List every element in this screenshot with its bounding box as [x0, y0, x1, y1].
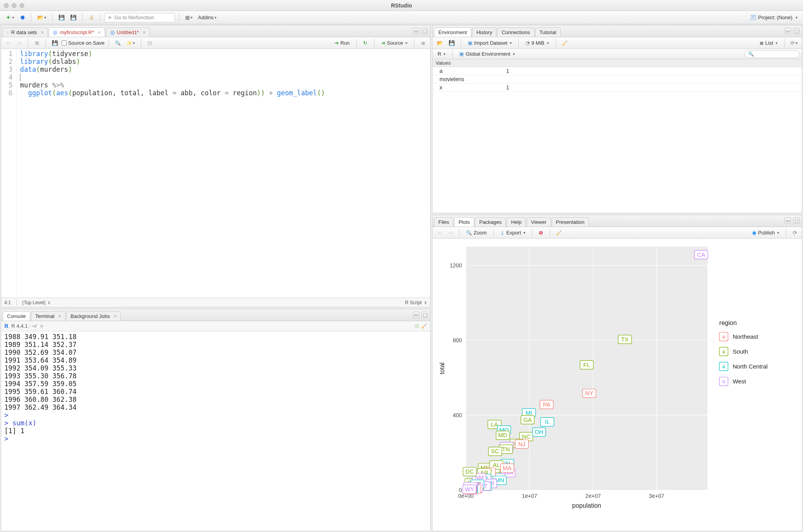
scope-picker[interactable]: (Top Level) ⇕: [22, 300, 51, 305]
prev-plot-button[interactable]: ⇦: [435, 228, 444, 238]
env-tab[interactable]: Environment: [434, 27, 471, 37]
remove-plot-button[interactable]: ⊘: [536, 228, 546, 238]
env-tab[interactable]: History: [472, 27, 496, 37]
svg-text:MD: MD: [498, 432, 508, 438]
source-tab[interactable]: ◎ Untitled1*×: [106, 27, 150, 37]
new-project-button[interactable]: ⬣: [18, 13, 27, 22]
maximize-env-icon[interactable]: ▢: [793, 28, 799, 34]
show-in-new-window-button[interactable]: ⧉: [32, 38, 42, 48]
save-source-button[interactable]: 💾: [50, 38, 60, 48]
env-scope-picker[interactable]: Global Environment▾: [456, 50, 517, 58]
console-tab[interactable]: Console: [3, 311, 30, 321]
find-button[interactable]: [113, 38, 123, 48]
svg-text:West: West: [733, 378, 747, 385]
save-button[interactable]: 💾: [56, 13, 67, 22]
project-picker[interactable]: 🅁 Project: (None) ▾: [748, 14, 800, 21]
source-editor[interactable]: 123456 library(tidyverse)library(dslabs)…: [1, 49, 430, 298]
console-tab[interactable]: Terminal×: [31, 311, 65, 321]
svg-text:region: region: [719, 319, 737, 326]
minimize-plots-icon[interactable]: ▭: [785, 218, 791, 224]
svg-text:total: total: [438, 363, 445, 374]
memory-usage[interactable]: 9 MiB▾: [523, 39, 551, 47]
env-row[interactable]: movielens: [432, 75, 802, 84]
close-tab-icon[interactable]: ×: [114, 314, 116, 319]
close-tab-icon[interactable]: ×: [41, 30, 44, 35]
minimize-console-icon[interactable]: ▭: [413, 312, 419, 318]
console-path-arrow-icon[interactable]: ➤: [40, 323, 44, 329]
maximize-plots-icon[interactable]: ▢: [793, 218, 799, 224]
console-output[interactable]: 1988 349.91 351.181989 351.14 352.371990…: [1, 331, 430, 531]
svg-text:MA: MA: [503, 465, 512, 471]
goto-file-input[interactable]: ➤ Go to file/function: [104, 13, 175, 22]
plot-canvas: 0e+001e+072e+073e+0704008001200populatio…: [432, 239, 802, 531]
save-all-button[interactable]: 💾: [68, 13, 78, 22]
svg-text:800: 800: [453, 337, 462, 343]
source-tabs: ▫ R data sets×◎ myfirstscript.R*×◎ Untit…: [1, 25, 430, 37]
plots-tab[interactable]: Plots: [454, 217, 474, 227]
svg-text:1e+07: 1e+07: [522, 493, 538, 499]
save-workspace-button[interactable]: 💾: [447, 38, 457, 48]
zoom-plot-button[interactable]: Zoom: [463, 229, 489, 237]
env-search-input[interactable]: [745, 50, 799, 58]
svg-text:NC: NC: [522, 433, 530, 440]
svg-text:GA: GA: [523, 416, 532, 423]
refresh-env-button[interactable]: ▾: [788, 38, 799, 48]
maximize-pane-icon[interactable]: ▢: [421, 28, 428, 34]
cursor-position: 4:1: [4, 300, 11, 305]
outline-button[interactable]: ≣: [418, 38, 428, 48]
source-on-save-checkbox[interactable]: Source on Save: [62, 40, 105, 46]
file-type-picker[interactable]: R Script ⇕: [405, 300, 427, 305]
plots-tab[interactable]: Viewer: [527, 217, 551, 227]
maximize-console-icon[interactable]: ▢: [421, 312, 428, 318]
compile-report-button[interactable]: ▤: [145, 38, 154, 48]
env-tab[interactable]: Connections: [497, 27, 534, 37]
clear-plots-button[interactable]: [554, 228, 564, 238]
console-clear-icon[interactable]: [421, 323, 427, 329]
env-toolbar: 📂 💾 Import Dataset▾ 9 MiB▾ ≣ List▾ ▾: [432, 37, 802, 49]
view-mode-button[interactable]: ≣ List▾: [757, 39, 780, 47]
new-file-button[interactable]: ＋▾: [3, 13, 16, 22]
import-dataset-button[interactable]: Import Dataset▾: [465, 39, 514, 47]
load-workspace-button[interactable]: 📂: [435, 38, 445, 48]
rerun-button[interactable]: ↻: [361, 38, 370, 48]
panes-button[interactable]: ▾: [183, 13, 194, 22]
publish-plot-button[interactable]: Publish▾: [749, 229, 782, 237]
clear-workspace-button[interactable]: [560, 38, 570, 48]
env-language-picker[interactable]: R▾: [435, 50, 448, 58]
open-file-button[interactable]: 📂▾: [35, 13, 48, 22]
minimize-env-icon[interactable]: ▭: [785, 28, 791, 34]
source-tab[interactable]: ◎ myfirstscript.R*×: [49, 27, 105, 37]
window-title: RStudio: [0, 2, 803, 9]
plots-tab[interactable]: Help: [507, 217, 526, 227]
console-version: R 4.4.1 · ~/: [11, 323, 36, 329]
env-tab[interactable]: Tutorial: [535, 27, 561, 37]
back-button[interactable]: ⇦: [4, 38, 13, 48]
addins-button[interactable]: Addins▾: [196, 13, 218, 22]
plots-tab[interactable]: Presentation: [552, 217, 589, 227]
print-button[interactable]: 🖨: [87, 13, 96, 22]
close-tab-icon[interactable]: ×: [143, 30, 145, 35]
env-row[interactable]: x1: [432, 84, 802, 92]
svg-text:Northeast: Northeast: [733, 333, 759, 340]
console-tabs: ConsoleTerminal×Background Jobs× ▭ ▢: [1, 309, 430, 321]
console-gc-icon[interactable]: ⦾: [415, 323, 419, 329]
run-button[interactable]: ➔Run: [332, 39, 352, 47]
refresh-plot-button[interactable]: [790, 228, 799, 238]
close-tab-icon[interactable]: ×: [58, 314, 61, 319]
window-titlebar: RStudio: [0, 0, 803, 11]
env-row[interactable]: a1: [432, 67, 802, 75]
code-tools-button[interactable]: ▾: [124, 38, 137, 48]
svg-text:AL: AL: [493, 461, 500, 468]
forward-button[interactable]: ⇨: [15, 38, 24, 48]
source-tab[interactable]: ▫ R data sets×: [3, 27, 48, 37]
plots-toolbar: ⇦ ⇨ Zoom ⤓ Export▾ ⊘ Publish▾: [432, 227, 802, 239]
plots-tab[interactable]: Files: [434, 217, 453, 227]
source-button[interactable]: ➔Source▾: [378, 39, 410, 47]
console-tab[interactable]: Background Jobs×: [66, 311, 121, 321]
plots-tab[interactable]: Packages: [475, 217, 506, 227]
svg-text:400: 400: [453, 412, 462, 418]
export-plot-button[interactable]: ⤓ Export▾: [498, 229, 528, 237]
next-plot-button[interactable]: ⇨: [446, 228, 455, 238]
close-tab-icon[interactable]: ×: [98, 30, 101, 35]
minimize-pane-icon[interactable]: ▭: [413, 28, 419, 34]
